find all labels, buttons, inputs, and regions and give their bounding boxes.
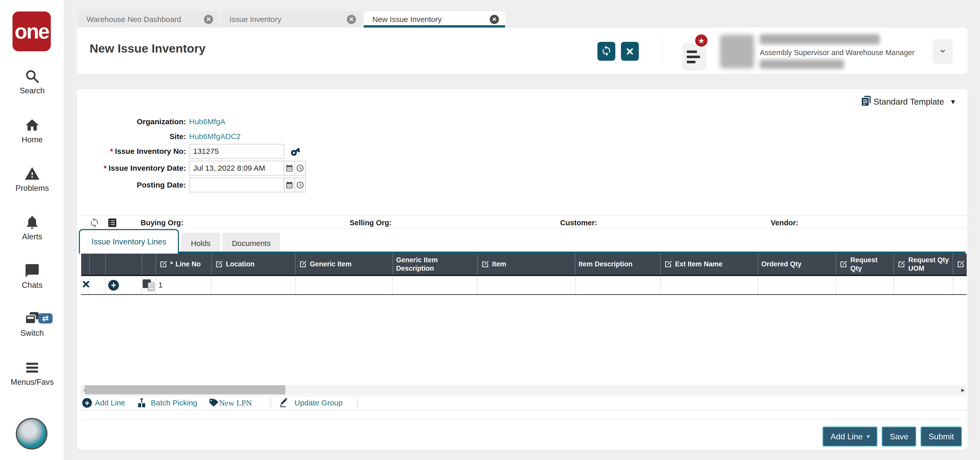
tab-holds[interactable]: Holds	[181, 233, 220, 254]
calendar-picker-button[interactable]	[284, 161, 295, 176]
tab-documents[interactable]: Documents	[223, 233, 280, 254]
sidebar-item-switch[interactable]: ⇄ Switch	[0, 311, 64, 338]
user-menu-chevron-button[interactable]	[933, 39, 953, 64]
scroll-right-icon[interactable]: ▸	[959, 385, 967, 395]
cell-overflow	[953, 276, 967, 294]
site-link[interactable]: Hub6MfgADC2	[189, 132, 241, 141]
cell-location[interactable]	[212, 276, 296, 294]
logo-text: one	[14, 19, 49, 43]
horizontal-scrollbar[interactable]: ◂ ▸	[81, 385, 967, 395]
warning-icon	[0, 166, 64, 183]
delete-row-icon[interactable]	[82, 280, 90, 290]
col-generic-item: Generic Item	[296, 254, 393, 275]
switch-swap-badge[interactable]: ⇄	[38, 313, 52, 324]
edit-column-icon[interactable]	[839, 260, 848, 269]
cell-generic-item[interactable]	[296, 276, 393, 294]
edit-column-icon[interactable]	[215, 260, 223, 269]
cell-add: +	[106, 276, 142, 294]
close-icon[interactable]: ×	[204, 15, 213, 24]
sidebar-user-avatar[interactable]	[16, 418, 48, 449]
detail-list-icon[interactable]	[107, 217, 118, 228]
col-add	[106, 254, 142, 275]
update-group-link[interactable]: Update Group	[278, 396, 342, 410]
table-header-row: * Line No Location Generic Item Generic …	[81, 254, 967, 276]
batch-picking-link[interactable]: Batch Picking	[136, 396, 197, 410]
cell-request-qty-uom[interactable]	[894, 276, 953, 294]
sidebar-item-alerts[interactable]: Alerts	[0, 214, 64, 241]
time-picker-button[interactable]	[295, 161, 306, 176]
vendor-label: Vendor:	[771, 219, 798, 227]
time-picker-button[interactable]	[295, 178, 306, 192]
organization-row: Organization: Hub6MfgA	[77, 116, 225, 128]
user-email-redacted	[760, 60, 844, 69]
user-name-redacted	[760, 34, 880, 44]
close-page-button[interactable]: ×	[621, 42, 639, 61]
cell-item-description	[576, 276, 661, 294]
buying-org-label: Buying Org:	[141, 219, 183, 227]
cell-item[interactable]	[478, 276, 576, 294]
table-actions-row: + Add Line Batch Picking New LPN Update …	[81, 395, 967, 410]
key-icon[interactable]	[290, 145, 302, 158]
add-row-icon[interactable]: +	[108, 280, 119, 290]
sidebar-item-search[interactable]: Search	[0, 68, 64, 95]
tab-issue-inventory[interactable]: Issue Inventory ×	[221, 11, 362, 27]
search-icon	[0, 68, 64, 85]
close-icon[interactable]: ×	[347, 15, 356, 24]
user-role-text: Assembly Supervisor and Warehouse Manage…	[760, 49, 915, 57]
tab-new-issue-inventory[interactable]: New Issue Inventory ×	[364, 11, 505, 27]
sidebar-item-problems[interactable]: Problems	[0, 166, 64, 193]
template-label: Standard Template	[873, 97, 944, 107]
close-icon[interactable]: ×	[490, 15, 499, 24]
posting-date-input[interactable]	[189, 178, 284, 192]
star-icon: ★	[698, 36, 705, 45]
issue-inventory-no-input[interactable]	[189, 144, 284, 159]
col-item: Item	[478, 254, 576, 275]
tab-issue-inventory-lines[interactable]: Issue Inventory Lines	[79, 229, 179, 254]
calendar-picker-button[interactable]	[284, 178, 295, 192]
section-tabs: Issue Inventory Lines Holds Documents	[79, 229, 280, 254]
user-avatar[interactable]	[720, 35, 754, 68]
copy-row-icon[interactable]	[143, 279, 154, 291]
cell-ext-item-name[interactable]	[661, 276, 758, 294]
one-network-logo[interactable]: one	[13, 11, 51, 51]
cell-line-no: 1	[156, 276, 212, 294]
edit-column-icon[interactable]	[897, 260, 906, 269]
refresh-icon[interactable]	[89, 217, 100, 228]
submit-button[interactable]: Submit	[921, 427, 962, 446]
add-line-link[interactable]: + Add Line	[82, 396, 125, 410]
new-lpn-link[interactable]: New LPN	[208, 396, 252, 410]
sidebar-item-chats[interactable]: Chats	[0, 263, 64, 290]
page-title: New Issue Inventory	[89, 41, 206, 56]
col-copy	[142, 254, 156, 275]
organization-label: Organization:	[77, 117, 186, 126]
template-selector[interactable]: Standard Template ▼	[860, 95, 956, 109]
trading-partners-band: Buying Org: Selling Org: Customer: Vendo…	[77, 215, 967, 228]
edit-column-icon[interactable]	[481, 260, 490, 269]
add-line-button[interactable]: Add Line ▾	[822, 427, 877, 446]
sidebar: one Search Home Problems Alerts Chats	[0, 0, 64, 460]
switch-windows-icon	[0, 311, 64, 328]
sidebar-label: Menus/Favs	[0, 378, 64, 387]
selling-org-label: Selling Org:	[350, 219, 391, 227]
refresh-button[interactable]	[597, 42, 615, 61]
save-button[interactable]: Save	[882, 427, 916, 446]
edit-column-icon[interactable]	[664, 260, 673, 269]
edit-column-icon[interactable]	[299, 260, 307, 269]
page-header-bar: New Issue Inventory × ★ Assembly Supervi…	[77, 27, 967, 74]
edit-column-icon[interactable]	[159, 260, 168, 269]
issue-inventory-date-input[interactable]	[189, 161, 284, 176]
required-marker: *	[110, 147, 113, 155]
cell-request-qty[interactable]	[836, 276, 894, 294]
col-ext-item-name: Ext Item Name	[661, 254, 758, 275]
header-divider	[662, 37, 662, 64]
sidebar-item-menus-favs[interactable]: Menus/Favs	[0, 360, 64, 387]
sidebar-item-home[interactable]: Home	[0, 117, 64, 144]
edit-column-icon[interactable]	[956, 260, 965, 269]
tab-warehouse-neo-dashboard[interactable]: Warehouse Neo Dashboard ×	[78, 11, 219, 27]
scrollbar-thumb[interactable]	[85, 385, 285, 395]
chevron-down-icon	[938, 46, 947, 57]
home-icon	[0, 117, 64, 134]
col-request-qty: Request Qty	[836, 254, 894, 275]
customer-label: Customer:	[560, 219, 597, 227]
organization-link[interactable]: Hub6MfgA	[189, 117, 225, 126]
